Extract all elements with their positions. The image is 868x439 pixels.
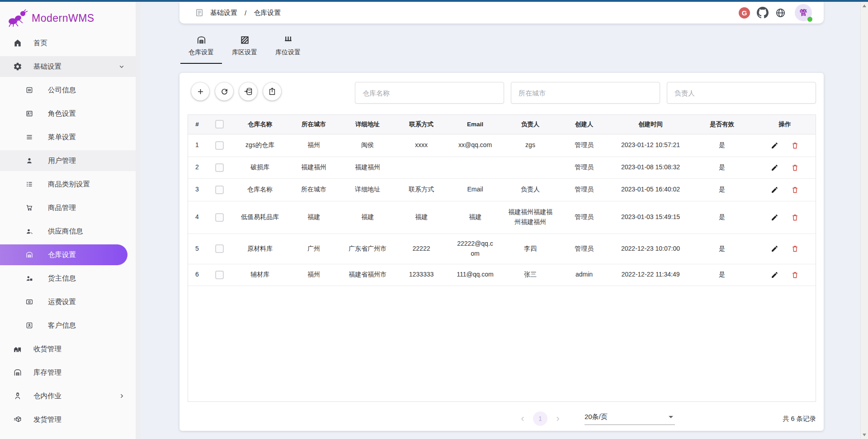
gitee-icon[interactable]: G xyxy=(739,7,750,19)
cell-created-time: 2022-12-23 10:07:00 xyxy=(610,234,691,264)
row-checkbox[interactable] xyxy=(215,213,224,222)
content-card: # 仓库名称 所在城市 详细地址 联系方式 Email 负责人 创建人 创建时间… xyxy=(179,73,824,431)
breadcrumb-separator: / xyxy=(245,9,246,17)
row-checkbox[interactable] xyxy=(215,244,224,253)
owner-icon xyxy=(24,273,34,283)
delete-button[interactable] xyxy=(791,245,799,253)
delete-button[interactable] xyxy=(791,164,799,172)
top-accent-strip xyxy=(0,0,868,2)
cell-city: 福州 xyxy=(288,134,340,157)
current-page-badge[interactable]: 1 xyxy=(533,411,547,426)
page-size-value: 20条/页 xyxy=(585,413,608,421)
export-button[interactable] xyxy=(263,82,281,100)
row-checkbox[interactable] xyxy=(215,186,224,194)
sidebar-item-role-settings[interactable]: 角色设置 xyxy=(0,103,136,124)
tab-slot-settings[interactable]: 库位设置 xyxy=(266,29,310,64)
page-scrollbar[interactable] xyxy=(860,2,868,439)
breadcrumb: 基础设置 / 仓库设置 xyxy=(195,8,281,17)
app-title: ModernWMS xyxy=(32,12,94,24)
delete-button[interactable] xyxy=(791,186,799,194)
sidebar-item-menu-settings[interactable]: 菜单设置 xyxy=(0,127,136,148)
filter-warehouse-name-input[interactable] xyxy=(355,82,504,103)
row-checkbox[interactable] xyxy=(215,141,224,150)
filter-manager-input[interactable] xyxy=(667,82,816,103)
chevron-down-icon xyxy=(118,62,126,71)
cell-contact xyxy=(395,157,448,178)
row-checkbox[interactable] xyxy=(215,271,224,279)
cell-creator: admin xyxy=(558,264,610,286)
select-all-checkbox[interactable] xyxy=(215,120,224,129)
sidebar-item-inventory-management[interactable]: 库存管理 xyxy=(0,362,136,383)
filter-city-input[interactable] xyxy=(511,82,660,103)
filter-city xyxy=(511,82,660,104)
edit-button[interactable] xyxy=(771,142,778,149)
sidebar-item-supplier-info[interactable]: 供应商信息 xyxy=(0,221,136,242)
cell-creator: 管理员 xyxy=(558,201,610,234)
page-size-select[interactable]: 20条/页 xyxy=(585,413,675,425)
delete-button[interactable] xyxy=(791,271,799,279)
edit-button[interactable] xyxy=(771,271,778,279)
table-row: 6 辅材库 福州 福建省福州市 1233333 111@qq.com 张三 ad… xyxy=(188,264,816,286)
cell-contact: xxxx xyxy=(395,134,448,157)
sidebar-scrollbar[interactable] xyxy=(136,2,141,439)
cell-contact: 22222 xyxy=(395,234,448,264)
cell-creator: 管理员 xyxy=(558,157,610,178)
col-valid: 是否有效 xyxy=(691,115,753,134)
sidebar-item-label: 收货管理 xyxy=(33,344,61,354)
sidebar-item-product-management[interactable]: 商品管理 xyxy=(0,197,136,218)
sidebar-item-warehouse-settings[interactable]: 仓库设置 xyxy=(0,244,127,265)
refresh-button[interactable] xyxy=(215,82,233,100)
cell-index: 6 xyxy=(188,264,206,286)
cell-index: 1 xyxy=(188,134,206,157)
sidebar-item-home[interactable]: 首页 xyxy=(0,33,136,53)
sidebar-item-label: 客户信息 xyxy=(48,321,76,330)
freight-card-icon xyxy=(24,297,34,307)
inventory-icon xyxy=(13,367,23,377)
cell-created-time: 2022-12-22 11:34:49 xyxy=(610,264,691,286)
cell-email: 22222@qq.com xyxy=(448,234,503,264)
warehouse-tab-icon xyxy=(196,35,207,45)
cell-index: 3 xyxy=(188,178,206,201)
edit-button[interactable] xyxy=(771,214,778,221)
pagination: ‹ 1 › 20条/页 共 6 条记录 xyxy=(188,409,816,429)
edit-button[interactable] xyxy=(771,186,778,194)
cell-address: 详细地址 xyxy=(340,178,395,201)
github-icon[interactable] xyxy=(757,7,769,19)
tab-warehouse-settings[interactable]: 仓库设置 xyxy=(179,29,223,64)
sidebar-item-basic-settings[interactable]: 基础设置 xyxy=(0,56,136,77)
cell-address: 福建福州 xyxy=(340,157,395,178)
edit-button[interactable] xyxy=(771,245,778,253)
import-button[interactable] xyxy=(239,82,257,100)
sidebar-item-in-warehouse-work[interactable]: 仓内作业 xyxy=(0,386,136,406)
sidebar-item-company-info[interactable]: 公司信息 xyxy=(0,80,136,100)
app-logo: ModernWMS xyxy=(0,2,136,31)
sidebar-item-owner-info[interactable]: 货主信息 xyxy=(0,268,136,289)
scrollbar-up-arrow-icon[interactable] xyxy=(863,5,866,7)
filter-bar xyxy=(355,82,816,104)
cell-valid: 是 xyxy=(691,157,753,178)
next-page-button[interactable]: › xyxy=(551,414,565,424)
sidebar-item-receiving-management[interactable]: 收货管理 xyxy=(0,339,136,359)
avatar[interactable]: 管 xyxy=(795,4,812,21)
sidebar-item-shipping-management[interactable]: 发货管理 xyxy=(0,409,136,430)
row-checkbox[interactable] xyxy=(215,163,224,172)
col-contact: 联系方式 xyxy=(395,115,448,134)
tab-zone-settings[interactable]: 库区设置 xyxy=(223,29,266,64)
delete-button[interactable] xyxy=(791,214,799,221)
breadcrumb-page: 仓库设置 xyxy=(254,9,281,17)
sidebar-item-label: 角色设置 xyxy=(48,109,76,119)
scrollbar-down-arrow-icon[interactable] xyxy=(863,434,866,436)
sidebar-item-product-category[interactable]: 商品类别设置 xyxy=(0,174,136,195)
globe-icon[interactable] xyxy=(775,8,786,18)
edit-button[interactable] xyxy=(771,164,778,172)
sidebar-item-user-management[interactable]: 用户管理 xyxy=(0,150,136,171)
prev-page-button[interactable]: ‹ xyxy=(516,414,529,424)
cell-created-time: 2023-01-05 16:40:02 xyxy=(610,178,691,201)
role-badge-icon xyxy=(24,109,34,119)
sidebar-item-customer-info[interactable]: 客户信息 xyxy=(0,315,136,336)
cell-manager xyxy=(503,157,558,178)
add-button[interactable] xyxy=(191,82,209,100)
col-warehouse-name: 仓库名称 xyxy=(232,115,288,134)
delete-button[interactable] xyxy=(791,142,799,149)
sidebar-item-freight-settings[interactable]: 运费设置 xyxy=(0,291,136,312)
